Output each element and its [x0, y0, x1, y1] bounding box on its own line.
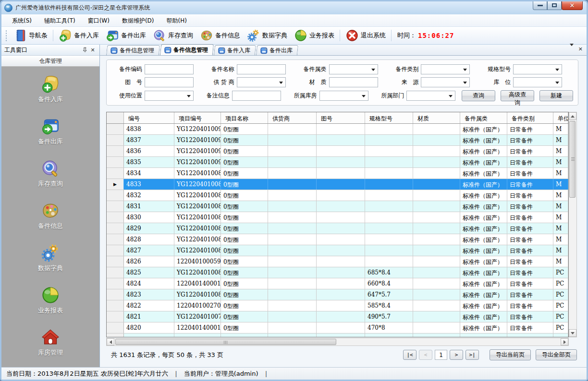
business-report-button[interactable]: 业务报表 [291, 27, 338, 44]
table-row[interactable]: 4821YG122040100790型圈490*5.7标准件（国产）日常备件PC [107, 311, 568, 322]
column-header-type[interactable]: 备件类别 [507, 112, 553, 123]
table-row[interactable]: 4823YG122040100800型圈647*5.7标准件（国产）日常备件PC [107, 289, 568, 300]
menu-item-1[interactable]: 系统(S) [6, 15, 37, 26]
prev-page-button[interactable]: < [419, 350, 432, 360]
table-row[interactable]: 4829YG122040100840型圈标准件（国产）日常备件M [107, 223, 568, 234]
source-select[interactable] [421, 77, 470, 87]
table-row[interactable]: 4831YG122040100860型圈标准件（国产）日常备件M [107, 201, 568, 212]
data-dictionary-button[interactable]: 数据字典 [244, 27, 291, 44]
sidebar-item-parts-outbound[interactable]: 备件出库 [38, 117, 63, 146]
new-button[interactable]: 新建 [539, 90, 573, 101]
horizontal-scrollbar[interactable] [106, 338, 569, 346]
table-row[interactable]: 482612204010005990型圈标准件（国产）日常备件M [107, 256, 568, 267]
part-name-input[interactable] [237, 64, 286, 74]
tab-4[interactable]: 备件出库 [256, 45, 298, 55]
table-row[interactable]: 4830YG122040100850型圈标准件（国产）日常备件M [107, 212, 568, 223]
sidebar-item-warehouse-mgmt[interactable]: 库房管理 [38, 328, 63, 357]
column-header-drawing[interactable]: 图号 [317, 112, 365, 123]
toolbar-grip[interactable] [5, 30, 7, 41]
spec-model-select[interactable] [513, 64, 562, 74]
parts-inbound-button[interactable]: 备件入库 [55, 27, 102, 44]
first-page-button[interactable]: |< [403, 350, 416, 360]
tab-1[interactable]: 备件信息管理 [106, 45, 160, 55]
navigation-bar-button[interactable]: 导航条 [10, 27, 51, 44]
horizontal-scroll-thumb[interactable] [115, 339, 336, 345]
material-input[interactable] [329, 77, 378, 87]
menu-item-4[interactable]: 数据维护(D) [116, 15, 160, 26]
table-row[interactable]: 4835YG122040100900型圈标准件（国产）日常备件M [107, 157, 568, 168]
column-header-material[interactable]: 材质 [413, 112, 460, 123]
table-row[interactable]: 4825YG122040100810型圈685*8.4标准件（国产）日常备件PC [107, 267, 568, 278]
scroll-up-icon[interactable] [569, 112, 576, 120]
sidebar-item-parts-inbound[interactable]: 备件入库 [38, 74, 63, 104]
table-row[interactable]: ▶4833YG122040100880型圈标准件（国产）日常备件M [107, 179, 568, 190]
part-code-input[interactable] [145, 64, 194, 74]
sidebar-item-inventory-query[interactable]: 库存查询 [38, 159, 63, 188]
column-header-supplier[interactable]: 供货商 [268, 112, 317, 123]
cell-id: 4822 [124, 300, 174, 311]
cell-project_no: YG12204010080 [174, 289, 221, 300]
supplier-select[interactable] [237, 77, 286, 87]
column-header-unit[interactable]: 单位 [553, 112, 568, 123]
table-row[interactable]: 482212204010027000型圈585*8.4标准件（国产）日常备件PC [107, 300, 568, 311]
column-header-project_no[interactable]: 项目编号 [174, 112, 221, 123]
table-row[interactable]: 4836YG122040100910型圈标准件（国产）日常备件M [107, 146, 568, 157]
table-row[interactable]: 4832YG122040100870型圈标准件（国产）日常备件M [107, 190, 568, 201]
sidebar-item-business-report[interactable]: 业务报表 [38, 286, 63, 315]
stock-location-select[interactable] [513, 77, 562, 87]
minimize-button[interactable] [533, 1, 547, 10]
cell-type [507, 333, 553, 337]
tab-2[interactable]: 备件信息管理 [160, 44, 214, 55]
query-button[interactable]: 查询 [462, 90, 495, 101]
menu-item-2[interactable]: 辅助工具(T) [38, 15, 81, 26]
sidebar-group-title[interactable]: 仓库管理 [1, 56, 99, 67]
close-button[interactable]: ✕ [562, 1, 583, 10]
status-user: 当前用户：管理员(admin) [184, 369, 258, 378]
menu-item-5[interactable]: 帮助(H) [161, 15, 193, 26]
parts-outbound-button[interactable]: 备件出库 [102, 27, 149, 44]
table-row[interactable]: 482412204014000120型圈660*8.4标准件（国产）日常备件PC [107, 278, 568, 289]
part-type-select[interactable] [421, 64, 470, 74]
vertical-scrollbar[interactable] [569, 112, 577, 337]
tab-list-dropdown-icon[interactable] [570, 47, 574, 52]
column-header-spec[interactable]: 规格型号 [365, 112, 413, 123]
tab-close-icon[interactable]: ✕ [578, 47, 583, 52]
sidebar-item-data-dictionary[interactable]: 数据字典 [38, 243, 63, 273]
advanced-query-button[interactable]: 高级查询 [501, 90, 534, 101]
column-header-id[interactable]: 编号 [124, 112, 174, 123]
maximize-button[interactable] [547, 1, 562, 10]
drawing-no-input[interactable] [145, 77, 194, 87]
parts-info-button[interactable]: 备件信息 [196, 27, 244, 44]
exit-system-button[interactable]: 退出系统 [342, 27, 389, 44]
tab-3[interactable]: 备件入库 [214, 45, 256, 55]
table-row[interactable]: 4827YG122040100820型圈标准件（国产）日常备件M [107, 245, 568, 256]
scroll-right-icon[interactable] [561, 338, 568, 345]
menu-item-3[interactable]: 窗口(W) [82, 15, 115, 26]
table-row[interactable]: 4838YG122040100930型圈标准件（国产）日常备件M [107, 124, 568, 135]
table-row[interactable]: 4834YG122040100890型圈标准件（国产）日常备件M [107, 168, 568, 179]
table-row[interactable]: 4828YG122040100830型圈标准件（国产）日常备件M [107, 234, 568, 245]
table-row[interactable]: 4837YG122040100920型圈标准件（国产）日常备件M [107, 135, 568, 146]
warehouse-select[interactable] [319, 91, 368, 101]
scroll-left-icon[interactable] [107, 338, 114, 345]
scroll-down-icon[interactable] [569, 329, 576, 337]
tool-window-close-icon[interactable]: ✕ [89, 46, 97, 54]
export-current-page-button[interactable]: 导出当前页 [490, 349, 531, 360]
remark-input[interactable] [232, 91, 281, 101]
inventory-query-button[interactable]: 库存查询 [149, 27, 196, 44]
department-select[interactable] [406, 91, 455, 101]
page-number-input[interactable] [435, 350, 447, 360]
next-page-button[interactable]: > [450, 350, 463, 360]
navigation-bar-label: 导航条 [29, 31, 48, 40]
last-page-button[interactable]: >| [466, 350, 479, 360]
vertical-scroll-thumb[interactable] [569, 121, 576, 198]
usage-location-select[interactable] [145, 91, 194, 101]
pin-icon[interactable] [81, 46, 89, 54]
column-header-name[interactable]: 项目名称 [221, 112, 268, 123]
sidebar-item-parts-info[interactable]: 备件信息 [38, 201, 63, 230]
column-header-category[interactable]: 备件属类 [460, 112, 507, 123]
table-row[interactable]: 482012204014000130型圈470*8标准件（国产）日常备件PC [107, 322, 568, 333]
export-all-pages-button[interactable]: 导出全部页 [536, 349, 577, 360]
tab-strip: 备件信息管理备件信息管理备件入库备件出库 ✕ [100, 45, 587, 56]
part-category-select[interactable] [329, 64, 378, 74]
